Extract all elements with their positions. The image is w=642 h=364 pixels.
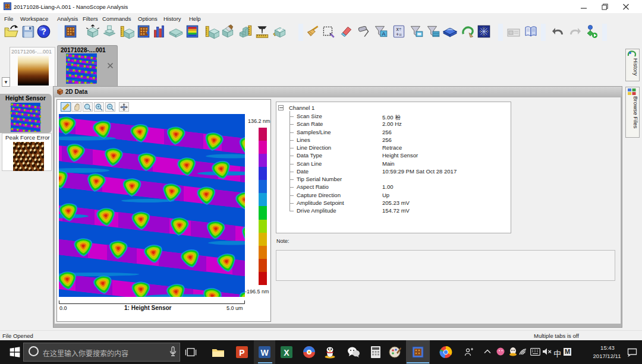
svg-text:W: W bbox=[260, 348, 269, 357]
svg-text:?: ? bbox=[41, 27, 46, 36]
svg-text:A: A bbox=[382, 31, 386, 37]
svg-text:P: P bbox=[239, 348, 244, 357]
svg-text:X: X bbox=[284, 348, 289, 357]
svg-text:+=: += bbox=[396, 31, 402, 37]
